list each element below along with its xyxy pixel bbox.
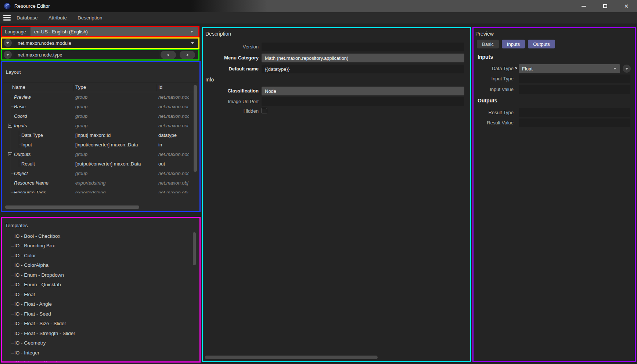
default-name-field[interactable]: {{datatype}} bbox=[262, 65, 464, 73]
row-name: Input bbox=[21, 142, 32, 148]
table-row[interactable]: Basic group net.maxon.nod bbox=[3, 102, 197, 112]
version-field[interactable] bbox=[262, 43, 464, 51]
horizontal-scrollbar[interactable] bbox=[205, 356, 378, 359]
row-id: net.maxon.nod bbox=[158, 113, 189, 119]
input-type-label: Input Type bbox=[474, 76, 514, 81]
language-dropdown[interactable]: en-US - English (English) bbox=[30, 27, 198, 36]
type-combo-input[interactable]: net.maxon.node.type bbox=[14, 50, 159, 59]
layout-panel-title: Layout bbox=[6, 69, 21, 75]
type-dropdown-button[interactable] bbox=[4, 51, 12, 59]
table-row[interactable]: Object group net.maxon.nod bbox=[3, 169, 197, 178]
menu-item-description[interactable]: Description bbox=[78, 15, 102, 21]
list-item[interactable]: IO - Bool - Checkbox bbox=[3, 232, 198, 241]
preview-panel: Preview Basic Inputs Outputs Inputs Data… bbox=[474, 28, 636, 361]
module-combo-row: net.maxon.nodes.module bbox=[2, 39, 198, 48]
row-type: exportedstring bbox=[75, 190, 105, 193]
table-row[interactable]: Input [input/converter] maxon::Data in bbox=[3, 140, 197, 150]
close-button[interactable]: ✕ bbox=[616, 0, 637, 12]
vertical-scrollbar[interactable] bbox=[194, 85, 197, 172]
row-id: net.maxon.nod bbox=[158, 171, 189, 176]
list-item[interactable]: IO - Float - Size - Slider bbox=[3, 319, 198, 329]
table-row[interactable]: Coord group net.maxon.nod bbox=[3, 112, 197, 121]
row-id: net.maxon.nod bbox=[158, 152, 189, 157]
column-header-id[interactable]: Id bbox=[158, 84, 162, 90]
data-type-dropdown[interactable]: Float bbox=[519, 64, 620, 73]
layout-tree: Preview group net.maxon.nod Basic group … bbox=[3, 92, 197, 193]
layout-panel: Layout Name Type Id Preview group net.ma… bbox=[2, 62, 199, 211]
result-value-field[interactable] bbox=[519, 119, 630, 127]
title-bar: Resource Editor ✕ bbox=[0, 0, 637, 12]
row-id: datatype bbox=[158, 132, 189, 138]
row-type: group bbox=[75, 113, 87, 119]
row-name: Outputs bbox=[14, 152, 31, 157]
collapse-expander-icon[interactable] bbox=[8, 124, 12, 128]
row-type: group bbox=[75, 152, 87, 157]
menu-bar: Database Attribute Description bbox=[0, 12, 637, 23]
list-item[interactable]: IO - Color bbox=[3, 251, 198, 261]
hidden-label: Hidden bbox=[203, 108, 259, 114]
module-dropdown-button[interactable] bbox=[4, 39, 12, 47]
horizontal-scrollbar[interactable] bbox=[5, 205, 139, 209]
description-section-title: Description bbox=[205, 31, 231, 37]
collapse-expander-icon[interactable] bbox=[8, 152, 12, 156]
table-row[interactable]: Outputs group net.maxon.nod bbox=[3, 150, 197, 159]
preview-section-title: Preview bbox=[475, 31, 494, 37]
classification-field[interactable]: Node bbox=[262, 87, 464, 95]
hamburger-icon[interactable] bbox=[3, 15, 11, 21]
result-value-row: Result Value bbox=[474, 119, 636, 127]
tab-inputs[interactable]: Inputs bbox=[502, 40, 525, 48]
result-type-field[interactable] bbox=[519, 108, 630, 117]
language-row: Language en-US - English (English) bbox=[2, 27, 198, 36]
vertical-scrollbar[interactable] bbox=[193, 232, 196, 265]
chevron-down-icon bbox=[613, 68, 616, 70]
row-id: net.maxon.nod bbox=[158, 94, 189, 100]
data-type-row: Data Type > Float bbox=[474, 64, 636, 73]
table-row[interactable]: Resource Tags exportedstring net.maxon.o… bbox=[3, 188, 197, 193]
list-item[interactable]: IO - Float - Angle bbox=[3, 300, 198, 309]
templates-panel-title: Templates bbox=[5, 223, 28, 228]
image-url-port-field[interactable] bbox=[262, 97, 464, 106]
previous-button[interactable]: < bbox=[161, 51, 176, 59]
menu-item-attribute[interactable]: Attribute bbox=[48, 15, 67, 21]
data-type-options-button[interactable] bbox=[623, 65, 631, 73]
table-row[interactable]: Preview group net.maxon.nod bbox=[3, 92, 197, 102]
outputs-group-title: Outputs bbox=[478, 98, 497, 103]
list-item[interactable]: IO - Enum - Quicktab bbox=[3, 280, 198, 290]
next-button[interactable]: > bbox=[180, 51, 195, 59]
input-type-field[interactable] bbox=[519, 74, 630, 83]
chevron-down-icon bbox=[6, 42, 9, 44]
module-combo-input[interactable]: net.maxon.nodes.module bbox=[14, 39, 198, 48]
inputs-group-title: Inputs bbox=[478, 54, 493, 60]
column-header-type[interactable]: Type bbox=[75, 84, 86, 90]
table-row[interactable]: Resource Name exportedstring net.maxon.o… bbox=[3, 178, 197, 188]
table-row[interactable]: Inputs group net.maxon.nod bbox=[3, 121, 197, 131]
menu-item-database[interactable]: Database bbox=[17, 15, 38, 21]
row-type: group bbox=[75, 104, 87, 109]
row-name: Basic bbox=[14, 104, 26, 109]
row-name: Data Type bbox=[21, 132, 43, 138]
list-item[interactable]: IO - Float bbox=[3, 290, 198, 300]
table-row[interactable]: Data Type [input] maxon::Id datatype bbox=[3, 131, 197, 140]
chevron-down-icon bbox=[190, 31, 193, 33]
list-item[interactable]: IO - Integer bbox=[3, 349, 198, 358]
list-item[interactable]: IO - Float - Strength - Slider bbox=[3, 329, 198, 339]
input-value-field[interactable] bbox=[519, 85, 630, 94]
list-item[interactable]: IO - Float - Seed bbox=[3, 310, 198, 319]
menu-category-field[interactable]: Math (net.maxon.repository.application) bbox=[262, 54, 464, 62]
templates-list: IO - Bool - Checkbox IO - Bounding Box I… bbox=[3, 232, 198, 361]
list-item[interactable]: IO - Integer - Count bbox=[3, 358, 198, 361]
tab-outputs[interactable]: Outputs bbox=[528, 40, 555, 48]
maximize-button[interactable] bbox=[594, 0, 616, 12]
tab-basic[interactable]: Basic bbox=[477, 40, 499, 48]
minimize-button[interactable] bbox=[573, 0, 594, 12]
input-value-label: Input Value bbox=[474, 87, 514, 92]
row-id: out bbox=[158, 161, 189, 167]
hidden-checkbox[interactable] bbox=[262, 108, 267, 113]
list-item[interactable]: IO - Enum - Dropdown bbox=[3, 271, 198, 280]
table-row[interactable]: Result [output/converter] maxon::Data ou… bbox=[3, 159, 197, 169]
list-item[interactable]: IO - Geometry bbox=[3, 339, 198, 348]
column-header-name[interactable]: Name bbox=[12, 84, 25, 90]
list-item[interactable]: IO - ColorAlpha bbox=[3, 261, 198, 270]
chevron-down-icon[interactable] bbox=[191, 42, 194, 44]
list-item[interactable]: IO - Bounding Box bbox=[3, 241, 198, 251]
